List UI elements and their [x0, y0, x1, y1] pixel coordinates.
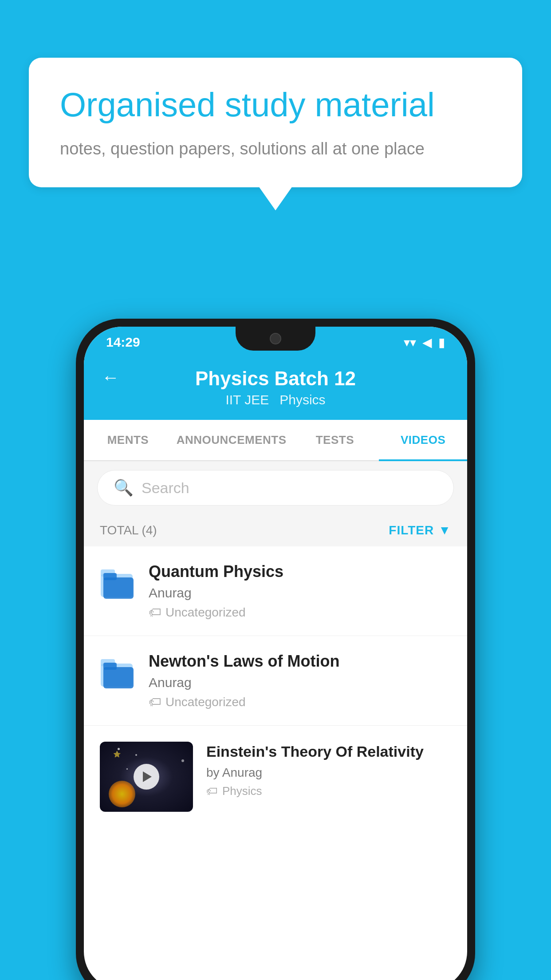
video-tag: 🏷 Uncategorized: [149, 695, 451, 709]
filter-icon: ▼: [438, 523, 451, 537]
video-title: Newton's Laws of Motion: [149, 652, 451, 671]
play-triangle-icon: [143, 771, 152, 782]
header-subtitle-iitjee: IIT JEE: [225, 392, 269, 407]
video-tag: 🏷 Physics: [206, 784, 451, 798]
speech-bubble-container: Organised study material notes, question…: [29, 58, 522, 187]
star: [181, 759, 184, 762]
video-thumbnail: [100, 742, 193, 812]
video-info: Quantum Physics Anurag 🏷 Uncategorized: [149, 562, 451, 620]
star: [126, 768, 128, 770]
signal-icon: ◀: [422, 335, 432, 350]
speech-bubble: Organised study material notes, question…: [29, 58, 522, 187]
star: [135, 754, 137, 756]
svg-rect-3: [103, 573, 117, 580]
video-tag: 🏷 Uncategorized: [149, 605, 451, 620]
video-author: by Anurag: [206, 766, 451, 780]
tabs-bar: MENTS ANNOUNCEMENTS TESTS VIDEOS: [84, 420, 467, 461]
tab-tests[interactable]: TESTS: [291, 420, 379, 460]
bubble-subtitle: notes, question papers, solutions all at…: [60, 137, 491, 161]
status-bar: 14:29 ▾▾ ◀ ▮: [84, 327, 467, 358]
folder-icon-wrap: [100, 654, 135, 693]
camera-dot: [270, 333, 281, 344]
bubble-title: Organised study material: [60, 84, 491, 125]
thumbnail-bg: [100, 742, 193, 812]
battery-icon: ▮: [438, 335, 445, 350]
header-subtitle-physics: Physics: [279, 392, 325, 407]
filter-label: FILTER: [389, 523, 434, 537]
video-title: Quantum Physics: [149, 562, 451, 581]
list-item[interactable]: Newton's Laws of Motion Anurag 🏷 Uncateg…: [84, 636, 467, 726]
tag-icon: 🏷: [206, 784, 218, 798]
folder-icon: [100, 564, 135, 601]
video-info: Einstein's Theory Of Relativity by Anura…: [206, 742, 451, 798]
wifi-icon: ▾▾: [404, 335, 416, 350]
status-icons: ▾▾ ◀ ▮: [404, 335, 445, 350]
tab-videos[interactable]: VIDEOS: [379, 420, 467, 460]
search-container: 🔍 Search: [84, 461, 467, 514]
tag-icon: 🏷: [149, 605, 161, 620]
play-button[interactable]: [134, 764, 159, 790]
list-item[interactable]: Quantum Physics Anurag 🏷 Uncategorized: [84, 546, 467, 636]
tab-announcements[interactable]: ANNOUNCEMENTS: [172, 420, 291, 460]
header-title: Physics Batch 12: [195, 368, 356, 390]
video-info: Newton's Laws of Motion Anurag 🏷 Uncateg…: [149, 652, 451, 709]
svg-rect-2: [103, 577, 134, 599]
search-input[interactable]: Search: [142, 479, 189, 497]
phone-screen: 14:29 ▾▾ ◀ ▮ ← Physics Batch 12 IIT JEE …: [84, 327, 467, 980]
notch: [236, 327, 315, 351]
thumbnail-orb: [109, 781, 135, 807]
filter-bar: TOTAL (4) FILTER ▼: [84, 514, 467, 546]
video-author: Anurag: [149, 585, 451, 601]
star: [118, 748, 120, 750]
list-item[interactable]: Einstein's Theory Of Relativity by Anura…: [84, 726, 467, 828]
filter-button[interactable]: FILTER ▼: [389, 523, 451, 537]
video-title: Einstein's Theory Of Relativity: [206, 742, 451, 761]
app-header: ← Physics Batch 12 IIT JEE Physics: [84, 358, 467, 420]
phone-frame: 14:29 ▾▾ ◀ ▮ ← Physics Batch 12 IIT JEE …: [76, 319, 475, 980]
total-count: TOTAL (4): [100, 523, 157, 537]
video-author: Anurag: [149, 675, 451, 690]
search-icon: 🔍: [114, 478, 134, 497]
folder-icon: [100, 654, 135, 691]
tab-ments[interactable]: MENTS: [84, 420, 172, 460]
folder-icon-wrap: [100, 564, 135, 603]
video-list: Quantum Physics Anurag 🏷 Uncategorized: [84, 546, 467, 828]
svg-rect-6: [103, 667, 134, 688]
tag-icon: 🏷: [149, 695, 161, 709]
back-button[interactable]: ←: [102, 368, 119, 387]
search-bar[interactable]: 🔍 Search: [97, 470, 454, 506]
status-time: 14:29: [106, 335, 140, 350]
header-subtitle: IIT JEE Physics: [225, 392, 325, 407]
svg-rect-7: [103, 663, 117, 670]
